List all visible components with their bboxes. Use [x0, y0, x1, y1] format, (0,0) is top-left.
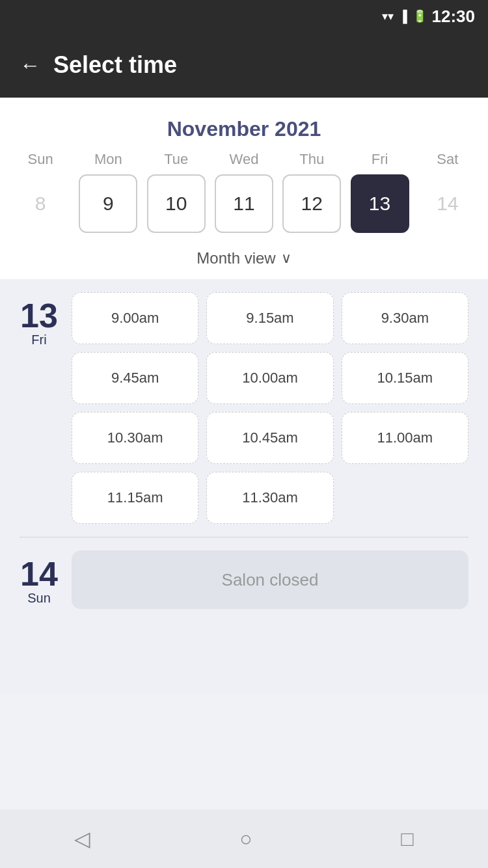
date-cell-12[interactable]: 12	[282, 174, 341, 233]
signal-icon: ▐	[399, 10, 407, 23]
date-cell-11[interactable]: 11	[215, 174, 273, 233]
day-14-section: 14 Sun Salon closed	[20, 550, 468, 609]
day-13-name: Fri	[31, 332, 46, 347]
nav-recent-icon[interactable]: □	[401, 827, 413, 851]
nav-bar: ◁ ○ □	[0, 809, 488, 868]
time-slot-1045am[interactable]: 10.45am	[206, 412, 333, 464]
nav-home-icon[interactable]: ○	[239, 827, 252, 851]
calendar-days-header: Sun Mon Tue Wed Thu Fri Sat	[0, 151, 488, 168]
status-bar: ▾▾ ▐ 🔋 12:30	[0, 0, 488, 33]
header: ← Select time	[0, 33, 488, 98]
page-title: Select time	[53, 51, 177, 79]
day-14-label: 14 Sun	[20, 550, 59, 609]
time-slot-1000am[interactable]: 10.00am	[206, 352, 333, 404]
salon-closed-label: Salon closed	[222, 570, 319, 590]
status-time: 12:30	[432, 7, 476, 27]
day-14-number: 14	[20, 557, 58, 591]
chevron-down-icon: ∨	[281, 250, 291, 267]
day-13-label: 13 Fri	[20, 292, 59, 524]
day-13-slots-grid: 9.00am 9.15am 9.30am 9.45am 10.00am 10.1…	[72, 292, 468, 524]
battery-icon: 🔋	[413, 9, 427, 23]
month-view-dropdown[interactable]: Month view ∨	[0, 243, 488, 279]
status-icons: ▾▾ ▐ 🔋 12:30	[382, 7, 475, 27]
time-slot-900am[interactable]: 9.00am	[72, 292, 198, 344]
calendar-month: November 2021	[0, 111, 488, 151]
day-header-sun: Sun	[11, 151, 70, 168]
time-slots-section: 13 Fri 9.00am 9.15am 9.30am 9.45am 10.00…	[0, 279, 488, 694]
time-slot-1030am[interactable]: 10.30am	[72, 412, 198, 464]
date-cell-9[interactable]: 9	[79, 174, 137, 233]
wifi-icon: ▾▾	[382, 9, 394, 23]
day-header-thu: Thu	[282, 151, 341, 168]
back-button[interactable]: ←	[20, 53, 40, 77]
time-slot-945am[interactable]: 9.45am	[72, 352, 198, 404]
time-slot-1100am[interactable]: 11.00am	[342, 412, 468, 464]
nav-back-icon[interactable]: ◁	[74, 826, 90, 851]
section-divider	[20, 537, 468, 537]
day-14-name: Sun	[27, 591, 51, 606]
day-header-wed: Wed	[215, 151, 273, 168]
time-slot-930am[interactable]: 9.30am	[342, 292, 468, 344]
date-cell-10[interactable]: 10	[147, 174, 206, 233]
day-13-number: 13	[20, 299, 58, 332]
date-cell-14[interactable]: 14	[418, 174, 477, 233]
day-13-section: 13 Fri 9.00am 9.15am 9.30am 9.45am 10.00…	[20, 292, 468, 524]
day-header-sat: Sat	[418, 151, 477, 168]
time-slot-915am[interactable]: 9.15am	[206, 292, 333, 344]
month-view-label: Month view	[197, 249, 275, 267]
date-cell-8[interactable]: 8	[11, 174, 70, 233]
day-header-fri: Fri	[351, 151, 409, 168]
time-slot-1130am[interactable]: 11.30am	[206, 472, 333, 524]
salon-closed-slot: Salon closed	[72, 550, 468, 609]
time-slot-1115am[interactable]: 11.15am	[72, 472, 198, 524]
calendar-section: November 2021 Sun Mon Tue Wed Thu Fri Sa…	[0, 98, 488, 279]
time-slot-1015am[interactable]: 10.15am	[342, 352, 468, 404]
calendar-dates-row: 8 9 10 11 12 13 14	[0, 174, 488, 243]
day-header-tue: Tue	[147, 151, 206, 168]
day-header-mon: Mon	[79, 151, 137, 168]
date-cell-13[interactable]: 13	[351, 174, 409, 233]
